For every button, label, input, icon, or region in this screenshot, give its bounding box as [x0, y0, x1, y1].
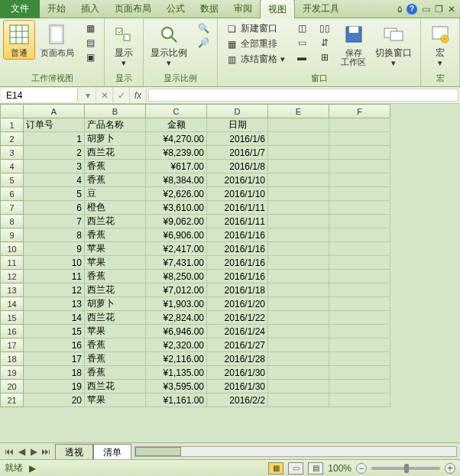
cell[interactable] — [329, 270, 390, 283]
zoom-out-button[interactable]: − — [356, 463, 367, 474]
zoom-in-button[interactable]: + — [445, 463, 455, 474]
cell[interactable]: 9 — [24, 242, 85, 256]
cell[interactable]: 3 — [24, 160, 85, 173]
row-header-10[interactable]: 10 — [1, 242, 24, 256]
tab-page-layout[interactable]: 页面布局 — [107, 0, 159, 18]
cell[interactable]: 橙色 — [85, 201, 146, 215]
row-header-17[interactable]: 17 — [1, 338, 24, 352]
hide-button[interactable]: ▭ — [293, 36, 311, 50]
cell[interactable]: 胡萝卜 — [85, 297, 146, 311]
row-header-21[interactable]: 21 — [1, 393, 24, 407]
cell[interactable] — [268, 311, 329, 325]
cell[interactable]: 2016/1/16 — [207, 242, 268, 256]
cell[interactable]: 香蕉 — [85, 270, 146, 283]
cell[interactable] — [268, 146, 329, 160]
hscroll-thumb[interactable] — [135, 447, 181, 456]
cell[interactable] — [329, 228, 390, 242]
cell[interactable] — [329, 146, 390, 160]
cell[interactable] — [329, 215, 390, 228]
window-minimize-icon[interactable]: ▭ — [422, 4, 430, 15]
formula-input[interactable] — [148, 89, 458, 102]
sync-scroll-button[interactable]: ⇵ — [316, 36, 334, 50]
cell[interactable]: 2016/1/20 — [207, 297, 268, 311]
cell[interactable]: 2016/1/18 — [207, 283, 268, 297]
row-header-2[interactable]: 2 — [1, 132, 24, 146]
cell[interactable]: ¥2,116.00 — [146, 352, 207, 366]
col-header-D[interactable]: D — [207, 105, 268, 118]
cell[interactable] — [329, 118, 390, 132]
cell[interactable]: 2016/1/16 — [207, 256, 268, 270]
cell[interactable]: ¥6,946.00 — [146, 325, 207, 338]
reset-pos-button[interactable]: ⊞ — [316, 50, 334, 64]
cell[interactable] — [329, 338, 390, 352]
row-header-19[interactable]: 19 — [1, 366, 24, 380]
view-side-button[interactable]: ▯▯ — [316, 21, 334, 35]
cell[interactable]: ¥2,626.00 — [146, 187, 207, 201]
cell[interactable] — [329, 393, 390, 407]
cell[interactable]: 西兰花 — [85, 283, 146, 297]
freeze-panes-button[interactable]: ▥冻结窗格 ▾ — [222, 52, 288, 66]
unhide-button[interactable]: ▬ — [293, 50, 311, 64]
cell[interactable]: 2016/1/10 — [207, 187, 268, 201]
cell[interactable]: 14 — [24, 311, 85, 325]
cell[interactable]: 豆 — [85, 187, 146, 201]
row-header-18[interactable]: 18 — [1, 352, 24, 366]
tab-home[interactable]: 开始 — [40, 0, 73, 18]
cell[interactable]: 金额 — [146, 118, 207, 132]
status-macro-icon[interactable]: ▶ — [29, 463, 36, 474]
cell[interactable] — [329, 325, 390, 338]
cell[interactable]: 西兰花 — [85, 311, 146, 325]
row-header-1[interactable]: 1 — [1, 118, 24, 132]
cell[interactable] — [268, 160, 329, 173]
row-header-8[interactable]: 8 — [1, 215, 24, 228]
cell[interactable]: ¥1,161.00 — [146, 393, 207, 407]
tab-data[interactable]: 数据 — [193, 0, 226, 18]
cell[interactable] — [268, 173, 329, 187]
cell[interactable]: ¥2,320.00 — [146, 338, 207, 352]
zoom-100-button[interactable]: 🔍 — [194, 21, 212, 35]
cell[interactable] — [268, 352, 329, 366]
fullscreen-button[interactable]: ▣ — [81, 50, 99, 64]
cell[interactable]: ¥9,062.00 — [146, 215, 207, 228]
zoom-button[interactable]: 显示比例▾ — [147, 20, 191, 70]
cell[interactable]: 苹果 — [85, 325, 146, 338]
row-header-20[interactable]: 20 — [1, 380, 24, 393]
cell[interactable] — [268, 201, 329, 215]
cell[interactable] — [329, 187, 390, 201]
cell[interactable]: 苹果 — [85, 256, 146, 270]
cell[interactable]: 西兰花 — [85, 146, 146, 160]
sheet-nav-last[interactable]: ⏭ — [40, 446, 52, 457]
sheet-nav-next[interactable]: ▶ — [28, 446, 40, 457]
cell[interactable] — [329, 132, 390, 146]
col-header-B[interactable]: B — [85, 105, 146, 118]
cell[interactable]: 2016/1/8 — [207, 160, 268, 173]
sheet-nav-prev[interactable]: ◀ — [15, 446, 28, 457]
cell[interactable]: 2016/1/16 — [207, 270, 268, 283]
cancel-button[interactable]: ✕ — [96, 87, 113, 103]
cell[interactable] — [268, 366, 329, 380]
cell[interactable]: 西兰花 — [85, 380, 146, 393]
cell[interactable] — [268, 242, 329, 256]
col-header-E[interactable]: E — [268, 105, 329, 118]
cell[interactable]: 2016/1/16 — [207, 228, 268, 242]
cell[interactable]: 香蕉 — [85, 173, 146, 187]
cell[interactable]: 2016/1/6 — [207, 132, 268, 146]
custom-views-button[interactable]: ▤ — [81, 36, 99, 50]
row-header-14[interactable]: 14 — [1, 297, 24, 311]
cell[interactable]: 2016/1/24 — [207, 325, 268, 338]
row-header-16[interactable]: 16 — [1, 325, 24, 338]
cell[interactable] — [329, 311, 390, 325]
cell[interactable]: 苹果 — [85, 393, 146, 407]
cell[interactable]: 2016/2/2 — [207, 393, 268, 407]
cell[interactable] — [268, 187, 329, 201]
row-header-15[interactable]: 15 — [1, 311, 24, 325]
cell[interactable] — [329, 380, 390, 393]
show-button[interactable]: 显示▾ — [108, 20, 140, 70]
cell[interactable]: 胡萝卜 — [85, 132, 146, 146]
cell[interactable] — [329, 256, 390, 270]
sheet-nav-first[interactable]: ⏮ — [3, 446, 15, 457]
cell[interactable]: 2016/1/30 — [207, 366, 268, 380]
cell[interactable]: ¥7,431.00 — [146, 256, 207, 270]
cell[interactable]: 香蕉 — [85, 338, 146, 352]
cell[interactable]: ¥7,012.00 — [146, 283, 207, 297]
